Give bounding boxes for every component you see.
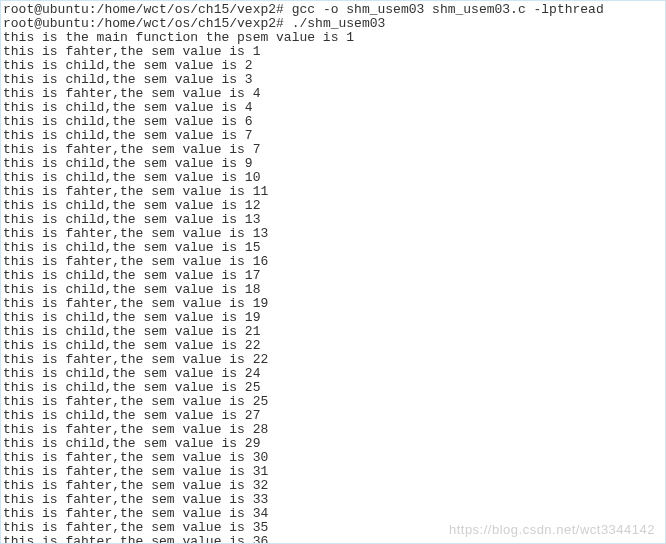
output-line: this is child,the sem value is 6: [3, 115, 665, 129]
command-2: ./shm_usem03: [292, 16, 386, 31]
output-line: this is fahter,the sem value is 28: [3, 423, 665, 437]
output-line: this is child,the sem value is 10: [3, 171, 665, 185]
output-line: this is child,the sem value is 15: [3, 241, 665, 255]
output-line: this is fahter,the sem value is 33: [3, 493, 665, 507]
output-line: this is child,the sem value is 29: [3, 437, 665, 451]
output-line: this is fahter,the sem value is 4: [3, 87, 665, 101]
output-line: this is child,the sem value is 25: [3, 381, 665, 395]
command-line-1: root@ubuntu:/home/wct/os/ch15/vexp2# gcc…: [3, 3, 665, 17]
prompt-1: root@ubuntu:/home/wct/os/ch15/vexp2#: [3, 2, 284, 17]
output-line: this is child,the sem value is 21: [3, 325, 665, 339]
output-line: this is fahter,the sem value is 32: [3, 479, 665, 493]
prompt-2: root@ubuntu:/home/wct/os/ch15/vexp2#: [3, 16, 284, 31]
terminal-output: root@ubuntu:/home/wct/os/ch15/vexp2# gcc…: [1, 1, 665, 544]
output-line: this is fahter,the sem value is 1: [3, 45, 665, 59]
output-line: this is child,the sem value is 4: [3, 101, 665, 115]
output-line: this is fahter,the sem value is 7: [3, 143, 665, 157]
command-1: gcc -o shm_usem03 shm_usem03.c -lpthread: [292, 2, 604, 17]
output-line: this is child,the sem value is 22: [3, 339, 665, 353]
output-line: this is fahter,the sem value is 13: [3, 227, 665, 241]
output-line: this is fahter,the sem value is 22: [3, 353, 665, 367]
output-line: this is child,the sem value is 3: [3, 73, 665, 87]
output-line: this is child,the sem value is 17: [3, 269, 665, 283]
output-line: this is fahter,the sem value is 31: [3, 465, 665, 479]
output-line: this is fahter,the sem value is 30: [3, 451, 665, 465]
output-line: this is child,the sem value is 7: [3, 129, 665, 143]
output-line: this is fahter,the sem value is 34: [3, 507, 665, 521]
output-line: this is fahter,the sem value is 11: [3, 185, 665, 199]
command-line-2: root@ubuntu:/home/wct/os/ch15/vexp2# ./s…: [3, 17, 665, 31]
output-line: this is the main function the psem value…: [3, 31, 665, 45]
output-line: this is child,the sem value is 12: [3, 199, 665, 213]
output-line: this is fahter,the sem value is 25: [3, 395, 665, 409]
output-line: this is fahter,the sem value is 19: [3, 297, 665, 311]
output-line: this is child,the sem value is 24: [3, 367, 665, 381]
output-line: this is fahter,the sem value is 16: [3, 255, 665, 269]
output-line: this is child,the sem value is 18: [3, 283, 665, 297]
output-line: this is child,the sem value is 2: [3, 59, 665, 73]
output-line: this is child,the sem value is 19: [3, 311, 665, 325]
output-line: this is child,the sem value is 13: [3, 213, 665, 227]
output-line: this is child,the sem value is 27: [3, 409, 665, 423]
watermark: https://blog.csdn.net/wct3344142: [449, 523, 655, 537]
output-line: this is child,the sem value is 9: [3, 157, 665, 171]
